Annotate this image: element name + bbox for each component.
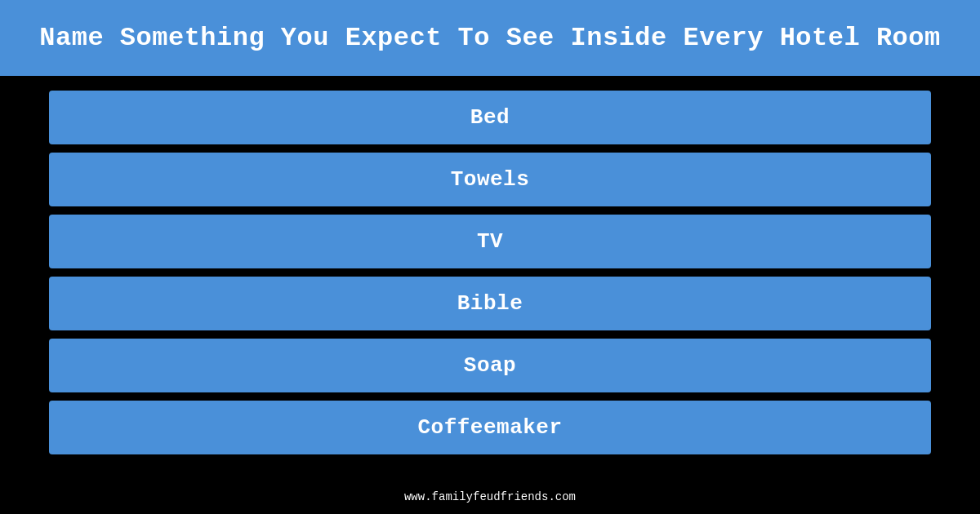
answer-row-3: TV (49, 215, 931, 268)
answer-text-2: Towels (451, 167, 530, 192)
answers-section: Bed Towels TV Bible Soap Coffeemaker (0, 76, 980, 463)
answer-row-2: Towels (49, 153, 931, 206)
answer-row-1: Bed (49, 91, 931, 144)
answer-text-1: Bed (470, 105, 510, 130)
answer-row-4: Bible (49, 277, 931, 330)
footer-url: www.familyfeudfriends.com (404, 490, 576, 503)
answer-text-5: Soap (464, 353, 516, 378)
answer-row-6: Coffeemaker (49, 401, 931, 454)
question-title: Name Something You Expect To See Inside … (39, 23, 940, 53)
answer-text-3: TV (477, 229, 503, 254)
answer-row-5: Soap (49, 339, 931, 392)
header-section: Name Something You Expect To See Inside … (0, 0, 980, 76)
answer-text-4: Bible (457, 291, 523, 316)
answer-text-6: Coffeemaker (417, 415, 562, 440)
footer-section: www.familyfeudfriends.com (0, 490, 980, 504)
